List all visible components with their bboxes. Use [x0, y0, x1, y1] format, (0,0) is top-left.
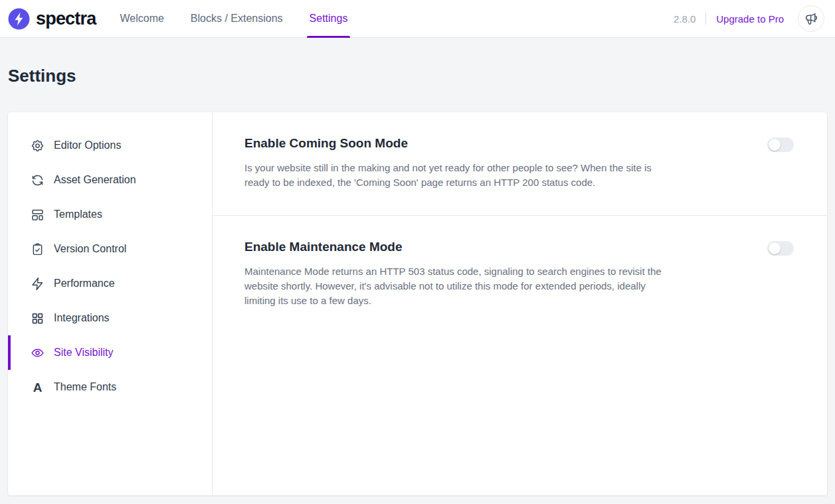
tab-blocks-extensions[interactable]: Blocks / Extensions: [191, 0, 283, 38]
sidebar-item-version-control[interactable]: Version Control: [8, 232, 212, 266]
coming-soon-description: Is your website still in the making and …: [244, 161, 663, 190]
sidebar-item-integrations[interactable]: Integrations: [8, 301, 212, 335]
sidebar-item-site-visibility[interactable]: Site Visibility: [8, 335, 212, 370]
maintenance-toggle[interactable]: [767, 241, 794, 256]
tab-settings[interactable]: Settings: [310, 0, 348, 38]
sidebar-item-theme-fonts[interactable]: A Theme Fonts: [8, 370, 212, 404]
megaphone-icon: [804, 12, 818, 26]
spectra-bolt-icon: [8, 8, 30, 30]
sidebar-item-label: Site Visibility: [54, 347, 114, 359]
version-label: 2.8.0: [674, 13, 696, 25]
coming-soon-title: Enable Coming Soon Mode: [244, 135, 663, 152]
layout-icon: [31, 208, 45, 222]
sidebar-item-label: Theme Fonts: [54, 381, 116, 393]
sidebar-item-performance[interactable]: Performance: [8, 266, 212, 301]
refresh-icon: [31, 173, 45, 187]
maintenance-text: Enable Maintenance Mode Maintenance Mode…: [244, 238, 663, 308]
brand-name: spectra: [36, 10, 96, 28]
toggle-knob: [769, 139, 781, 151]
maintenance-description: Maintenance Mode returns an HTTP 503 sta…: [244, 264, 663, 308]
sidebar-item-templates[interactable]: Templates: [8, 197, 212, 232]
coming-soon-toggle[interactable]: [767, 137, 794, 152]
sidebar-item-editor-options[interactable]: Editor Options: [8, 128, 212, 163]
toggle-knob: [769, 242, 781, 254]
page-head: Settings: [0, 38, 835, 86]
sidebar-item-label: Performance: [54, 278, 115, 290]
sidebar-item-label: Editor Options: [54, 139, 121, 151]
settings-sidebar: Editor Options Asset Generation Template…: [8, 112, 213, 495]
sidebar-item-asset-generation[interactable]: Asset Generation: [8, 163, 212, 197]
topbar: spectra Welcome Blocks / Extensions Sett…: [0, 0, 835, 38]
lightning-icon: [31, 277, 45, 291]
whats-new-button[interactable]: [798, 5, 824, 32]
upgrade-to-pro-link[interactable]: Upgrade to Pro: [716, 13, 784, 25]
sidebar-item-label: Asset Generation: [54, 174, 136, 186]
settings-content: Enable Coming Soon Mode Is your website …: [213, 112, 827, 495]
sidebar-item-label: Version Control: [54, 243, 126, 255]
clipboard-check-icon: [31, 242, 45, 256]
eye-icon: [31, 346, 45, 360]
spectra-logo[interactable]: spectra: [8, 8, 96, 30]
tab-welcome[interactable]: Welcome: [120, 0, 163, 38]
sidebar-item-label: Integrations: [54, 312, 110, 324]
maintenance-section: Enable Maintenance Mode Maintenance Mode…: [213, 215, 827, 333]
topbar-nav: Welcome Blocks / Extensions Settings: [120, 0, 347, 38]
coming-soon-section: Enable Coming Soon Mode Is your website …: [213, 112, 827, 215]
gear-icon: [31, 139, 45, 153]
page-title: Settings: [8, 66, 827, 86]
settings-panel: Editor Options Asset Generation Template…: [8, 112, 827, 495]
sidebar-item-label: Templates: [54, 209, 102, 220]
divider: [705, 13, 706, 25]
coming-soon-text: Enable Coming Soon Mode Is your website …: [244, 135, 663, 190]
letter-a-icon: A: [31, 380, 45, 394]
topbar-right: 2.8.0 Upgrade to Pro: [674, 5, 824, 32]
grid-icon: [31, 311, 45, 325]
maintenance-title: Enable Maintenance Mode: [244, 238, 663, 256]
